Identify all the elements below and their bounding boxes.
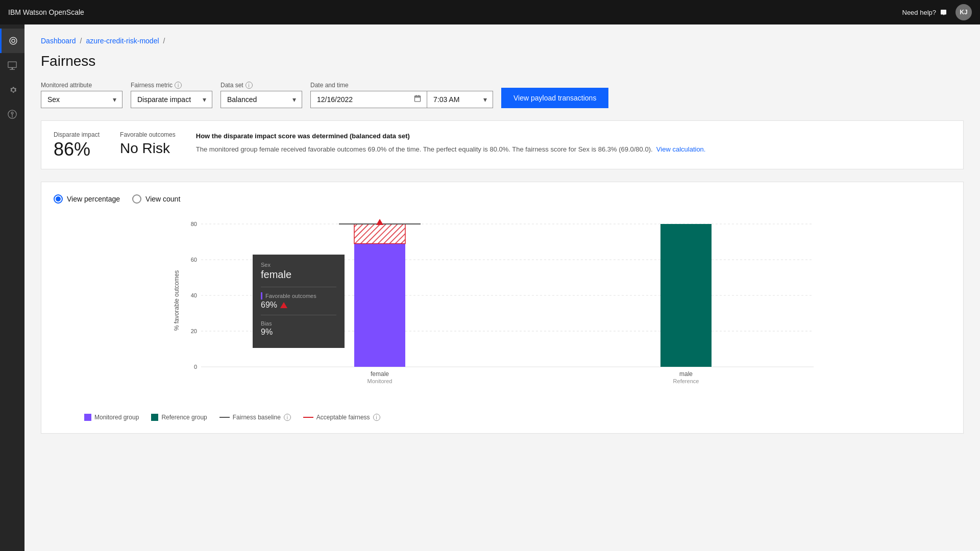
dataset-label: Data set i [220,82,302,89]
dataset-group: Data set i Balanced [220,82,302,108]
dataset-info-icon[interactable]: i [246,82,253,89]
svg-text:20: 20 [191,328,197,334]
top-nav: IBM Watson OpenScale Need help? KJ [0,0,980,24]
breadcrumb-sep1: / [80,37,82,45]
monitored-attribute-select[interactable]: Sex [41,91,122,108]
svg-text:0: 0 [194,364,197,370]
fairness-metric-select[interactable]: Disparate impact [131,91,212,108]
monitored-attribute-label: Monitored attribute [41,82,122,89]
legend: Monitored group Reference group Fairness… [54,414,951,421]
main-content: Dashboard / azure-credit-risk-model / Fa… [24,24,980,551]
fairness-metric-group: Fairness metric i Disparate impact [131,82,212,108]
help-label: Need help? [902,9,937,16]
explanation-block: How the disparate impact score was deter… [196,131,951,154]
legend-reference: Reference group [151,414,207,421]
view-payload-button[interactable]: View payload transactions [501,88,608,108]
avatar[interactable]: KJ [955,4,972,20]
date-input-wrapper [310,91,427,108]
disparate-impact-block: Disparate impact 86% [54,131,100,159]
datetime-label: Date and time [310,82,493,89]
chat-icon [939,8,947,16]
svg-text:Monitored: Monitored [368,378,393,384]
dataset-select[interactable]: Balanced [220,91,302,108]
disparate-impact-label: Disparate impact [54,131,100,138]
page-title: Fairness [41,53,964,69]
legend-baseline-label: Fairness baseline [233,414,281,421]
baseline-info-icon[interactable]: i [284,414,291,421]
favorable-outcomes-block: Favorable outcomes No Risk [120,131,176,157]
help-link[interactable]: Need help? [902,8,948,16]
monitored-attribute-select-wrapper: Sex [41,91,122,108]
explanation-body: The monitored group female received favo… [196,145,653,153]
date-input[interactable] [310,91,427,108]
sidebar-item-help[interactable] [0,102,24,127]
disparate-impact-value: 86% [54,140,100,159]
fairness-metric-info-icon[interactable]: i [175,82,182,89]
breadcrumb-model[interactable]: azure-credit-risk-model [86,37,159,45]
svg-text:80: 80 [191,221,197,227]
female-bias-bar [354,224,405,244]
legend-baseline: Fairness baseline i [219,414,291,421]
legend-acceptable: Acceptable fairness i [303,414,380,421]
sidebar [0,24,24,551]
radio-count[interactable]: View count [132,194,180,204]
explanation-title: How the disparate impact score was deter… [196,131,951,141]
radio-percentage[interactable]: View percentage [54,194,120,204]
chart-svg-wrapper: % favorable outcomes 0 20 40 60 80 [54,214,951,408]
breadcrumb-home[interactable]: Dashboard [41,37,76,45]
view-calculation-link[interactable]: View calculation. [656,145,706,153]
legend-monitored-swatch [84,414,91,421]
calendar-icon [413,95,422,105]
favorable-outcomes-value: No Risk [120,140,176,157]
time-select-wrapper: 7:03 AM [427,91,493,108]
legend-acceptable-line [303,417,313,418]
controls-row: Monitored attribute Sex Fairness metric … [41,82,964,108]
time-select[interactable]: 7:03 AM [427,91,493,108]
svg-text:male: male [679,370,693,378]
monitored-attribute-group: Monitored attribute Sex [41,82,122,108]
svg-text:female: female [371,370,389,378]
legend-baseline-line [219,417,230,418]
legend-monitored-label: Monitored group [94,414,139,421]
radio-count-circle [132,194,141,204]
acceptable-info-icon[interactable]: i [373,414,380,421]
legend-reference-swatch [151,414,158,421]
chart-svg: % favorable outcomes 0 20 40 60 80 [54,214,951,387]
legend-monitored: Monitored group [84,414,139,421]
datetime-group: Date and time 7:03 AM [310,82,493,108]
breadcrumb: Dashboard / azure-credit-risk-model / [41,37,964,45]
chart-area: View percentage View count % favorable o… [41,182,964,434]
svg-text:60: 60 [191,257,197,263]
breadcrumb-sep2: / [163,37,165,45]
radio-percentage-circle [54,194,63,204]
sidebar-item-monitor[interactable] [0,53,24,78]
legend-acceptable-label: Acceptable fairness [316,414,370,421]
sidebar-item-settings[interactable] [0,78,24,102]
radio-group: View percentage View count [54,194,951,204]
dataset-select-wrapper: Balanced [220,91,302,108]
radio-count-label: View count [145,195,180,203]
fairness-metric-label: Fairness metric i [131,82,212,89]
fairness-metric-select-wrapper: Disparate impact [131,91,212,108]
svg-text:Reference: Reference [673,378,699,384]
svg-text:40: 40 [191,292,197,298]
favorable-outcomes-label: Favorable outcomes [120,131,176,138]
bias-indicator [376,219,383,225]
radio-percentage-label: View percentage [67,195,120,203]
legend-reference-label: Reference group [161,414,207,421]
y-axis-label: % favorable outcomes [173,270,180,331]
male-bar[interactable] [660,224,712,367]
svg-text:Sex: Sex [497,387,508,387]
female-bar[interactable] [354,244,405,367]
brand-label: IBM Watson OpenScale [8,8,84,16]
info-panel: Disparate impact 86% Favorable outcomes … [41,120,964,169]
sidebar-item-insights[interactable] [0,29,24,53]
top-nav-right: Need help? KJ [902,4,972,20]
